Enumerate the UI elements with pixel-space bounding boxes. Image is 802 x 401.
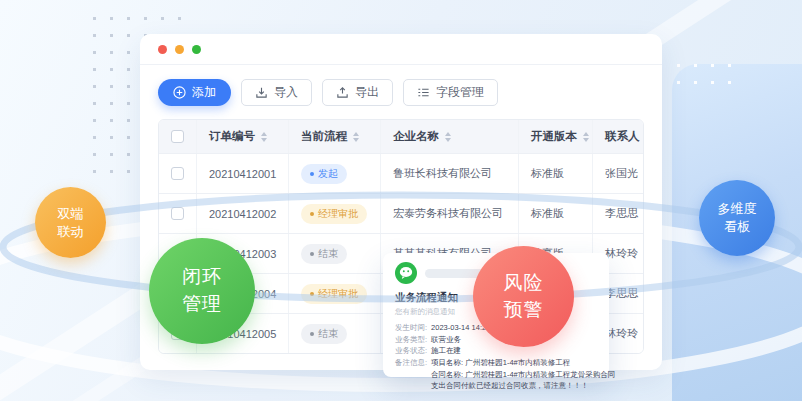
field-value: 联营业务: [431, 334, 461, 346]
table-row[interactable]: 20210412002 经理审批 宏泰劳务科技有限公司 标准版 李思思: [159, 193, 643, 233]
sort-icon[interactable]: [583, 132, 589, 142]
status-dot-icon: [310, 172, 314, 176]
wechat-icon: [395, 262, 417, 284]
version-cell: 标准版: [531, 206, 564, 221]
company-cell: 鲁班长科技有限公司: [393, 166, 492, 181]
feature-bubble-dual-link: 双端 联动: [35, 187, 106, 258]
contact-cell: 李思思: [605, 206, 638, 221]
window-titlebar: [140, 34, 662, 65]
marketing-canvas: 添加 导入 导出 字段管理 订单编号 当前流程 企业名称 开通版本: [0, 0, 802, 401]
field-value: 施工在建: [431, 345, 461, 357]
add-button[interactable]: 添加: [158, 79, 231, 106]
header-version: 开通版本: [531, 129, 577, 144]
version-cell: 标准版: [531, 166, 564, 181]
sort-icon[interactable]: [445, 132, 451, 142]
select-all-checkbox[interactable]: [171, 130, 184, 143]
status-label: 经理审批: [318, 287, 358, 301]
status-dot-icon: [310, 292, 314, 296]
remark-line: 项目名称: 广州碧桂园1-4#市内精装修工程: [431, 357, 615, 369]
window-close-button[interactable]: [158, 45, 167, 54]
status-label: 发起: [318, 167, 338, 181]
field-label: 备注信息:: [395, 357, 427, 392]
order-no-cell: 20210412002: [209, 208, 276, 220]
status-label: 经理审批: [318, 207, 358, 221]
add-button-label: 添加: [192, 84, 216, 101]
field-label: 业务状态:: [395, 345, 427, 357]
window-maximize-button[interactable]: [192, 45, 201, 54]
field-manage-button[interactable]: 字段管理: [403, 79, 498, 106]
dot-grid-decoration: [670, 57, 744, 97]
feature-bubble-risk-alert: 风险 预警: [473, 246, 574, 347]
contact-cell: 林玲玲: [605, 246, 638, 261]
process-status-badge: 结束: [301, 324, 347, 344]
import-button-label: 导入: [274, 84, 298, 101]
sort-icon[interactable]: [261, 132, 267, 142]
plus-circle-icon: [173, 86, 186, 99]
sort-icon[interactable]: [353, 132, 359, 142]
export-icon: [336, 86, 349, 99]
contact-cell: 林玲玲: [605, 326, 638, 341]
status-label: 结束: [318, 327, 338, 341]
field-label: 发生时间:: [395, 322, 427, 334]
table-header-row: 订单编号 当前流程 企业名称 开通版本 联系人: [159, 120, 643, 153]
status-label: 结束: [318, 247, 338, 261]
header-process: 当前流程: [301, 129, 347, 144]
status-dot-icon: [310, 212, 314, 216]
remark-value: 项目名称: 广州碧桂园1-4#市内精装修工程 合同名称: 广州碧桂园1-4#市内…: [431, 357, 615, 392]
import-icon: [255, 86, 268, 99]
status-dot-icon: [310, 332, 314, 336]
remark-line: 合同名称: 广州碧桂园1-4#市内精装修工程龙骨采购合同: [431, 369, 615, 381]
contact-cell: 李思思: [605, 286, 638, 301]
process-status-badge: 经理审批: [301, 284, 367, 304]
process-status-badge: 经理审批: [301, 204, 367, 224]
process-status-badge: 结束: [301, 244, 347, 264]
process-status-badge: 发起: [301, 164, 347, 184]
header-contact: 联系人: [605, 129, 640, 144]
company-cell: 宏泰劳务科技有限公司: [393, 206, 503, 221]
toolbar: 添加 导入 导出 字段管理: [140, 65, 662, 106]
field-label: 业务类型:: [395, 334, 427, 346]
header-order-no: 订单编号: [209, 129, 255, 144]
list-icon: [417, 86, 430, 99]
export-button-label: 导出: [355, 84, 379, 101]
feature-bubble-multi-board: 多维度 看板: [699, 180, 775, 256]
remark-line: 支出合同付款已经超过合同收票，请注意！！！: [431, 380, 615, 392]
header-company: 企业名称: [393, 129, 439, 144]
status-dot-icon: [310, 252, 314, 256]
field-value: 2023-03-14 14:2: [431, 322, 486, 334]
row-checkbox[interactable]: [171, 167, 184, 180]
table-row[interactable]: 20210412001 发起 鲁班长科技有限公司 标准版 张国光: [159, 153, 643, 193]
import-button[interactable]: 导入: [241, 79, 312, 106]
field-manage-button-label: 字段管理: [436, 84, 484, 101]
export-button[interactable]: 导出: [322, 79, 393, 106]
row-checkbox[interactable]: [171, 207, 184, 220]
order-no-cell: 20210412001: [209, 168, 276, 180]
feature-bubble-closed-loop: 闭环 管理: [149, 238, 255, 344]
contact-cell: 张国光: [605, 166, 638, 181]
window-minimize-button[interactable]: [175, 45, 184, 54]
